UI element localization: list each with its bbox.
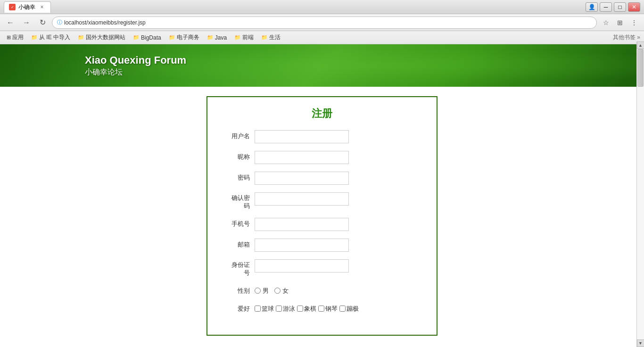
- register-box: 注册 用户名 昵称 密码 确认密码: [206, 96, 438, 336]
- hobby-skateboard-checkbox[interactable]: [339, 306, 346, 312]
- menu-button[interactable]: ⋮: [628, 17, 640, 29]
- close-button[interactable]: ✕: [628, 2, 640, 12]
- tab-favicon: ✓: [9, 4, 16, 10]
- bookmark-java[interactable]: 📁 Java: [204, 33, 230, 42]
- hobby-swimming-option[interactable]: 游泳: [276, 305, 295, 313]
- bookmarks-bar: ⊞ 应用 📁 从 IE 中导入 📁 国外大数据网站 📁 BigData 📁 电子…: [0, 31, 644, 44]
- gender-male-option[interactable]: 男: [255, 287, 269, 295]
- bookmark-label: 应用: [12, 33, 24, 41]
- register-title: 注册: [222, 107, 422, 121]
- bookmark-label: 从 IE 中导入: [39, 33, 70, 41]
- phone-input[interactable]: [255, 218, 349, 231]
- user-icon-button[interactable]: 👤: [586, 2, 598, 12]
- nav-bar: ← → ↻ ⓘ localhost/xiaomeibbs/register.js…: [0, 14, 644, 31]
- register-area: 注册 用户名 昵称 密码 确认密码: [0, 87, 644, 347]
- hobby-swimming-checkbox[interactable]: [276, 306, 282, 312]
- hobby-chess-checkbox[interactable]: [297, 306, 303, 312]
- hobby-skateboard-label: 蹦极: [347, 305, 359, 313]
- gender-male-radio[interactable]: [255, 288, 261, 294]
- nickname-input[interactable]: [255, 151, 349, 164]
- nickname-label: 昵称: [222, 151, 255, 161]
- other-bookmarks[interactable]: 其他书签 »: [613, 33, 640, 41]
- title-bar: ✓ 小确幸 × 👤 ─ □ ✕: [0, 0, 644, 14]
- hobby-checkbox-group: 篮球 游泳 象棋 钢琴: [255, 303, 359, 313]
- hobby-piano-option[interactable]: 钢琴: [318, 305, 338, 313]
- email-label: 邮箱: [222, 239, 255, 249]
- gender-male-label: 男: [263, 287, 269, 295]
- lock-icon: ⓘ: [57, 19, 62, 26]
- confirm-password-input[interactable]: [255, 192, 349, 206]
- phone-label: 手机号: [222, 218, 255, 228]
- confirm-password-label: 确认密码: [222, 192, 255, 210]
- hobby-basketball-checkbox[interactable]: [255, 306, 261, 312]
- gender-row: 性别 男 女: [222, 285, 422, 295]
- username-label: 用户名: [222, 130, 255, 140]
- confirm-password-row: 确认密码: [222, 192, 422, 210]
- bookmark-star-button[interactable]: ☆: [600, 17, 612, 29]
- site-header: Xiao Quexing Forum 小确幸论坛: [0, 44, 644, 87]
- hobby-piano-checkbox[interactable]: [318, 306, 324, 312]
- hobby-basketball-label: 篮球: [262, 305, 274, 313]
- hobby-chess-label: 象棋: [304, 305, 316, 313]
- extensions-button[interactable]: ⊞: [614, 17, 626, 29]
- gender-female-label: 女: [282, 287, 289, 295]
- gender-label: 性别: [222, 285, 255, 295]
- page-content: Xiao Quexing Forum 小确幸论坛 注册 用户名 昵称: [0, 44, 644, 347]
- hobby-skateboard-option[interactable]: 蹦极: [339, 305, 359, 313]
- hobby-row: 爱好 篮球 游泳 象棋: [222, 303, 422, 313]
- username-row: 用户名: [222, 130, 422, 143]
- active-tab[interactable]: ✓ 小确幸 ×: [4, 1, 51, 13]
- address-bar[interactable]: ⓘ localhost/xiaomeibbs/register.jsp: [52, 17, 597, 29]
- password-input[interactable]: [255, 172, 349, 185]
- username-input[interactable]: [255, 130, 349, 143]
- site-title-chinese: 小确幸论坛: [85, 67, 186, 77]
- email-input[interactable]: [255, 239, 349, 252]
- id-card-row: 身份证号: [222, 259, 422, 277]
- hobby-basketball-option[interactable]: 篮球: [255, 305, 274, 313]
- phone-row: 手机号: [222, 218, 422, 231]
- vertical-scrollbar: ▲ ▼: [636, 41, 644, 347]
- bookmark-bigdata[interactable]: 📁 BigData: [130, 33, 164, 42]
- window-controls: 👤 ─ □ ✕: [586, 2, 640, 12]
- browser-window: ✓ 小确幸 × 👤 ─ □ ✕ ← → ↻ ⓘ localhost/xiaome…: [0, 0, 644, 347]
- bookmark-label: BigData: [141, 34, 161, 41]
- bookmark-label: 前端: [242, 33, 254, 41]
- bookmark-label: 电子商务: [177, 33, 199, 41]
- bookmark-bigdata-site[interactable]: 📁 国外大数据网站: [75, 33, 128, 42]
- address-text: localhost/xiaomeibbs/register.jsp: [64, 19, 592, 26]
- new-tab-area: [55, 1, 149, 13]
- bookmark-life[interactable]: 📁 生活: [258, 33, 283, 42]
- site-title-english: Xiao Quexing Forum: [85, 54, 186, 66]
- bookmark-ie-import[interactable]: 📁 从 IE 中导入: [28, 33, 73, 42]
- tab-close-button[interactable]: ×: [38, 3, 46, 11]
- scroll-track: [637, 49, 644, 339]
- gender-female-radio[interactable]: [274, 288, 281, 294]
- hobby-label: 爱好: [222, 303, 255, 313]
- scroll-up-button[interactable]: ▲: [637, 41, 644, 49]
- bookmark-ecommerce[interactable]: 📁 电子商务: [166, 33, 202, 42]
- id-card-input[interactable]: [255, 259, 349, 273]
- password-label: 密码: [222, 172, 255, 182]
- bookmark-label: Java: [215, 34, 227, 41]
- hobby-chess-option[interactable]: 象棋: [297, 305, 316, 313]
- refresh-button[interactable]: ↻: [36, 16, 49, 29]
- password-row: 密码: [222, 172, 422, 185]
- bookmark-apps[interactable]: ⊞ 应用: [4, 33, 26, 42]
- browser-action-icons: ☆ ⊞ ⋮: [600, 17, 640, 29]
- hobby-piano-label: 钢琴: [325, 305, 338, 313]
- forward-button[interactable]: →: [20, 16, 33, 29]
- scroll-down-button[interactable]: ▼: [637, 339, 644, 347]
- tab-title: 小确幸: [18, 3, 35, 11]
- bookmark-label: 国外大数据网站: [86, 33, 125, 41]
- hobby-swimming-label: 游泳: [283, 305, 295, 313]
- gender-female-option[interactable]: 女: [274, 287, 289, 295]
- bookmark-label: 生活: [269, 33, 281, 41]
- maximize-button[interactable]: □: [614, 2, 626, 12]
- tab-bar: ✓ 小确幸 ×: [4, 1, 149, 13]
- minimize-button[interactable]: ─: [600, 2, 612, 12]
- site-title: Xiao Quexing Forum 小确幸论坛: [85, 54, 186, 77]
- nickname-row: 昵称: [222, 151, 422, 164]
- bookmark-frontend[interactable]: 📁 前端: [231, 33, 256, 42]
- back-button[interactable]: ←: [4, 16, 17, 29]
- scroll-thumb[interactable]: [637, 49, 644, 87]
